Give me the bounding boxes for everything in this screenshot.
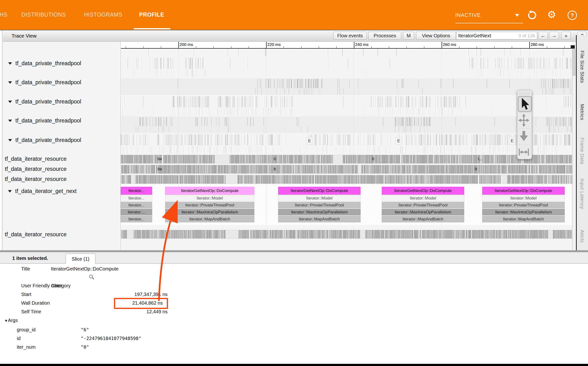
slice-do-compute[interactable]: IteratorGetNextOp::DoCompute: [278, 187, 360, 195]
slice-nested[interactable]: Iterator::MaxIntraOpParallelism: [382, 209, 464, 215]
tab-profile[interactable]: PROFILE: [139, 12, 164, 18]
dense-event-track[interactable]: [121, 155, 572, 164]
tab-alerts[interactable]: Alerts: [579, 230, 585, 243]
pan-tool-button[interactable]: [518, 113, 531, 128]
slice-nested[interactable]: Iterator::PrivateThreadPool: [482, 202, 565, 208]
run-selector[interactable]: INACTIVE: [455, 12, 481, 18]
slice-nested[interactable]: Iterator::PrivateThreadPool: [165, 202, 254, 208]
slice-nested[interactable]: Iterator::MaxIntraOpParallelism: [482, 209, 565, 215]
dense-event-track[interactable]: [121, 230, 572, 239]
event-tick-track[interactable]: [121, 78, 572, 95]
collapse-triangle-icon[interactable]: [8, 81, 12, 84]
slice-nested[interactable]: Iterator...: [121, 202, 152, 208]
resource-slice-label: It: [372, 157, 374, 161]
slice-nested[interactable]: Iterator::MaxIntraOpParallelism: [278, 209, 360, 215]
timing-tool-button[interactable]: [518, 145, 531, 160]
track-name-label: tf_data_private_threadpool: [15, 99, 81, 105]
zoom-tool-button[interactable]: [518, 129, 531, 144]
collapse-triangle-icon[interactable]: [8, 101, 12, 103]
slice-nested[interactable]: Iterator::MapAndBatch: [382, 216, 464, 222]
chevron-down-icon[interactable]: [515, 14, 519, 17]
ruler-minor-tick: [424, 46, 424, 48]
async-event-marker[interactable]: E: [509, 137, 516, 145]
track-name-tf_data_private_threadpool[interactable]: tf_data_private_threadpool: [8, 99, 81, 105]
slice-nested[interactable]: Iterator::Model: [278, 195, 360, 201]
track-name-label: tf_data_private_threadpool: [15, 117, 81, 124]
slice-nested[interactable]: Iterator::Model: [165, 195, 254, 201]
details-divider[interactable]: [0, 250, 588, 252]
palette-drag-handle[interactable]: [519, 92, 530, 95]
async-event-marker[interactable]: E: [395, 137, 402, 145]
slice-tab[interactable]: Slice (1): [66, 254, 96, 264]
collapse-triangle-icon[interactable]: [8, 120, 12, 122]
tab-graphs[interactable]: HS: [0, 12, 7, 18]
track-name-tf_data_private_threadpool[interactable]: tf_data_private_threadpool: [8, 60, 81, 67]
timeline-ruler[interactable]: 200 ms220 ms240 ms260 ms280 ms: [121, 42, 572, 49]
slice-nested[interactable]: Iterator::MapAndBatch: [165, 216, 254, 222]
track-name-tf_data_private_threadpool[interactable]: tf_data_private_threadpool: [8, 117, 81, 124]
magnifier-icon[interactable]: [88, 274, 95, 280]
find-next-button[interactable]: →: [549, 32, 559, 39]
arg-value: "0": [81, 344, 89, 350]
find-prev-button[interactable]: ←: [538, 32, 548, 39]
slice-nested[interactable]: Iterator...: [121, 216, 152, 222]
dense-event-track[interactable]: [121, 165, 572, 174]
vertical-scrollbar[interactable]: [572, 49, 576, 250]
tab-distributions[interactable]: DISTRIBUTIONS: [21, 12, 66, 18]
track-name-tf_data_private_threadpool[interactable]: tf_data_private_threadpool: [8, 79, 81, 86]
slice-nested[interactable]: Iterator::PrivateThreadPool: [382, 202, 464, 208]
track-name-tf_data_private_threadpool[interactable]: tf_data_private_threadpool: [8, 137, 81, 143]
tab-file-size-stats[interactable]: File Size Stats: [579, 51, 585, 83]
track-name-tf_data_iterator_resource[interactable]: tf_data_iterator_resource: [5, 166, 66, 172]
refresh-icon[interactable]: [526, 10, 537, 21]
select-tool-button[interactable]: [518, 96, 532, 112]
event-tick-track[interactable]: [121, 134, 572, 154]
slice-do-compute[interactable]: IteratorGetNextOp::DoCompute: [482, 187, 565, 195]
slice-nested[interactable]: Iterator...: [121, 195, 152, 201]
dense-event-track[interactable]: [121, 175, 572, 184]
processes-button[interactable]: Processes: [368, 32, 401, 39]
slice-do-compute[interactable]: Iterator...: [121, 187, 152, 195]
event-tick-track[interactable]: [121, 57, 572, 78]
slice-nested[interactable]: Iterator::MaxIntraOpParallelism: [165, 209, 254, 215]
collapse-triangle-icon[interactable]: [8, 190, 12, 192]
view-options-button[interactable]: View Options: [416, 32, 456, 39]
collapse-triangle-icon[interactable]: [8, 62, 12, 65]
slice-nested[interactable]: Iterator::PrivateThreadPool: [278, 202, 360, 208]
ruler-minor-tick: [477, 46, 477, 48]
track-name-label: tf_data_iterator_resource: [5, 176, 66, 182]
vertical-scrollbar-thumb[interactable]: [573, 49, 575, 76]
slice-nested[interactable]: Iterator::MapAndBatch: [482, 216, 565, 222]
track-name-tf_data_iterator_get_next[interactable]: tf_data_iterator_get_next: [8, 188, 77, 194]
m-button[interactable]: M: [403, 32, 414, 39]
slice-do-compute[interactable]: IteratorGetNextOp::DoCompute: [165, 187, 254, 195]
slice-nested[interactable]: Iterator::MapAndBatch: [278, 216, 360, 222]
search-input[interactable]: IteratorGetNext 0 of 126: [456, 32, 537, 39]
tab-input-latency[interactable]: Input Latency: [579, 179, 585, 209]
bottom-bar: [0, 364, 588, 366]
tab-histograms[interactable]: HISTOGRAMS: [84, 12, 122, 18]
search-counter: 0 of 126: [519, 33, 535, 38]
slice-nested[interactable]: Iterator:...: [121, 209, 152, 215]
tab-frame-data[interactable]: Frame Data: [579, 138, 585, 164]
args-toggle[interactable]: ▼Args: [4, 318, 18, 323]
tab-metrics[interactable]: Metrics: [579, 104, 585, 120]
help-icon[interactable]: ?: [567, 11, 577, 20]
track-name-label: tf_data_iterator_resource: [5, 166, 66, 172]
flow-events-button[interactable]: Flow events: [333, 32, 367, 39]
expand-button[interactable]: »: [561, 32, 571, 39]
async-event-marker[interactable]: E: [306, 137, 313, 145]
track-name-tf_data_iterator_resource[interactable]: tf_data_iterator_resource: [5, 176, 66, 183]
event-tick-track[interactable]: [121, 116, 572, 133]
slice-nested[interactable]: Iterator::Model: [482, 195, 565, 201]
collapse-triangle-icon[interactable]: [8, 139, 12, 142]
event-tick-track[interactable]: [121, 49, 572, 56]
track-name-tf_data_iterator_resource[interactable]: tf_data_iterator_resource: [5, 231, 66, 238]
gear-icon[interactable]: ⚙: [547, 9, 556, 20]
event-tick-track[interactable]: [121, 96, 572, 116]
slice-do-compute[interactable]: IteratorGetNextOp::DoCompute: [382, 187, 464, 195]
arg-key: group_id: [17, 327, 36, 333]
track-name-tf_data_iterator_resource[interactable]: tf_data_iterator_resource: [5, 156, 66, 162]
slice-nested[interactable]: Iterator::Model: [382, 195, 464, 201]
arg-value: "-2247961841077948598": [81, 336, 141, 341]
